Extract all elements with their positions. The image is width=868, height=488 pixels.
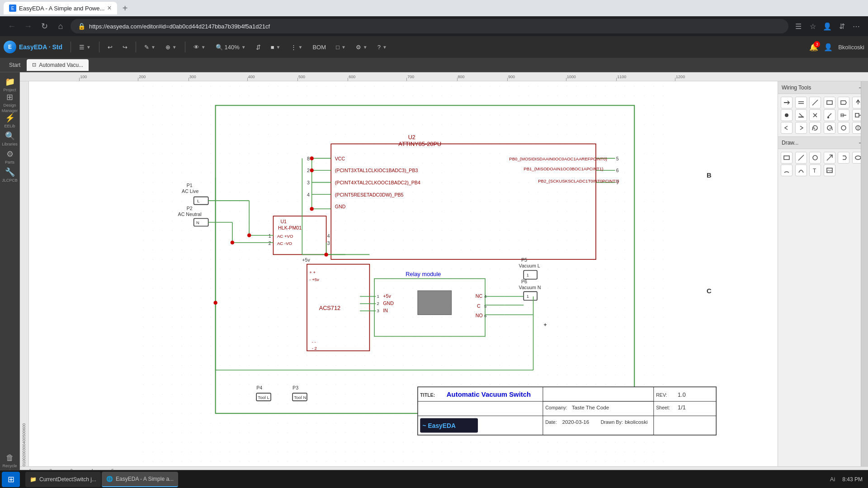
sidebar-item-jlcpcb[interactable]: 🔧 JLCPCB [1,166,19,183]
extensions-icon[interactable]: ☰ [792,20,805,33]
forward-button[interactable]: → [22,20,34,33]
zoom-level: 140% [225,44,240,51]
browser-chrome: E EasyEDA - A Simple and Powe... × + ← →… [0,0,868,36]
svg-text:6: 6 [616,168,619,173]
sidebar-item-project[interactable]: 📁 Project [1,76,19,93]
wiring-tool-arrow-right[interactable] [795,122,807,134]
svg-text:~ EasyEDA: ~ EasyEDA [423,422,456,429]
toolbar-right-actions: 🔔 3 👤 Bkolicoski [809,43,864,52]
browser-tab-active[interactable]: E EasyEDA - A Simple and Powe... × [4,2,117,14]
svg-point-151 [841,126,846,130]
profile-icon[interactable]: 👤 [821,20,834,33]
sidebar-item-eelib[interactable]: ⚡ EELib [1,112,19,129]
svg-text:-  2: - 2 [312,346,317,351]
sidebar-item-libraries[interactable]: 🔍 Libraries [1,130,19,147]
ruler-mark-100: 100 [79,72,87,81]
wiring-tool-net-label[interactable] [824,97,835,108]
svg-text:P6: P6 [521,279,527,284]
svg-text:2: 2 [377,301,379,306]
zoom-button[interactable]: 🔍 140% ▼ [212,41,250,53]
wiring-tool-no-connect[interactable] [809,109,821,121]
svg-text:5: 5 [484,304,486,309]
eelib-icon: ⚡ [5,113,15,123]
draw-tool-text[interactable]: T [809,164,821,176]
more-icon[interactable]: ⋯ [850,20,863,33]
draw-tool-image[interactable] [824,164,835,176]
url-text: https://easyeda.com/editor#id=d0ab0cd44d… [89,23,270,30]
draw-tool-rect[interactable] [781,152,793,164]
sync-icon[interactable]: ⇵ [835,20,848,33]
draw-tool-polygon[interactable] [838,152,849,164]
back-button[interactable]: ← [5,20,18,33]
visibility-button[interactable]: 👁 ▼ [190,41,209,53]
schematic-canvas[interactable]: U2 ATTINY85-20PU VCC (PCINT3XTAL1CLKIOC1… [29,81,778,466]
svg-text:+5v: +5v [383,293,391,299]
tab-close-button[interactable]: × [107,4,111,12]
wiring-tool-annotation[interactable] [824,109,835,121]
wiring-tool-rotate-cw[interactable] [824,122,835,134]
layer-button[interactable]: □ ▼ [332,41,349,53]
draw-tool-bezier[interactable] [795,164,807,176]
left-sidebar: 📁 Project ⊞ Design Manager ⚡ EELib 🔍 Lib… [0,72,20,475]
svg-text:Company:: Company: [545,405,567,410]
svg-text:AC Live: AC Live [182,188,198,194]
file-menu-button[interactable]: ☰ ▼ [75,41,94,53]
notification-bell[interactable]: 🔔 3 [809,43,818,52]
bom-button[interactable]: BOM [309,41,330,53]
schematic-svg: U2 ATTINY85-20PU VCC (PCINT3XTAL1CLKIOC1… [29,81,778,466]
clock: 8:43 PM [842,476,863,483]
wiring-tool-line[interactable] [809,97,821,108]
svg-text:ACS712: ACS712 [319,305,341,311]
taskbar-app-file-manager[interactable]: 📁 CurrentDetectSwitch j... [25,472,101,487]
design-manager-icon: ⊞ [6,92,13,102]
snap-button[interactable]: ⋮ ▼ [287,41,307,53]
draw-tool-circle[interactable] [809,152,821,164]
toolbar-separator-1 [71,42,71,52]
settings-button[interactable]: ⚙ ▼ [352,41,371,53]
bookmark-icon[interactable]: ☆ [807,20,819,33]
refresh-button[interactable]: ↻ [38,20,51,33]
svg-text:bkolicoski: bkolicoski [625,419,648,425]
wiring-tool-wire[interactable] [781,97,793,108]
svg-text:Date:: Date: [545,419,557,425]
toolbar-separator-2 [99,42,99,52]
sidebar-item-parts[interactable]: ⚙ Parts [1,148,19,165]
wiring-tool-rotate-ccw[interactable] [809,122,821,134]
home-button[interactable]: ⌂ [54,20,67,33]
svg-text:Drawn By:: Drawn By: [601,419,623,425]
sidebar-item-design-manager[interactable]: ⊞ Design Manager [1,94,19,111]
svg-text:3: 3 [327,240,330,246]
draw-tool-arc[interactable] [781,164,793,176]
start-button[interactable]: ⊞ [2,472,20,487]
taskbar-app-easyeda[interactable]: 🌐 EasyEDA - A Simple a... [102,472,178,487]
redo-button[interactable]: ↪ [119,41,131,53]
pin-tool-button[interactable]: ⊕ ▼ [162,41,180,53]
wiring-tool-junction[interactable] [781,109,793,121]
start-tab-label: Start [9,62,20,68]
draw-tool-line[interactable] [795,152,807,164]
new-tab-button[interactable]: + [119,2,132,14]
wiring-tool-circle[interactable] [838,122,849,134]
url-bar[interactable]: 🔒 https://easyeda.com/editor#id=d0ab0cd4… [71,19,788,33]
zoom-icon: 🔍 [216,44,223,51]
grid-button[interactable]: ■ ▼ [267,41,284,53]
tab-start[interactable]: Start [4,59,26,71]
undo-button[interactable]: ↩ [104,41,116,53]
help-button[interactable]: ? ▼ [374,41,391,53]
svg-text:Automatic Vacuum Switch: Automatic Vacuum Switch [447,391,531,398]
svg-text:P2: P2 [187,206,193,211]
wiring-tool-pin[interactable] [838,109,849,121]
user-avatar[interactable]: 👤 [824,43,833,52]
wiring-tool-arrow-left[interactable] [781,122,793,134]
taskbar-app-label-1: CurrentDetectSwitch j... [39,476,96,483]
wiring-tool-bus-entry[interactable] [795,109,807,121]
tab-schematic[interactable]: ⊡ Automated Vacu... [27,59,89,71]
draw-tool-arrow[interactable] [824,152,835,164]
svg-text:1.0: 1.0 [678,391,686,398]
pen-tool-button[interactable]: ✎ ▼ [141,41,159,53]
fit-button[interactable]: ⇵ [252,41,264,53]
svg-text:1/1: 1/1 [678,404,686,411]
wiring-tool-bus[interactable] [795,97,807,108]
wiring-tool-net-port[interactable] [838,97,849,108]
sidebar-item-recycle[interactable]: 🗑 Recycle Bin [1,455,19,472]
